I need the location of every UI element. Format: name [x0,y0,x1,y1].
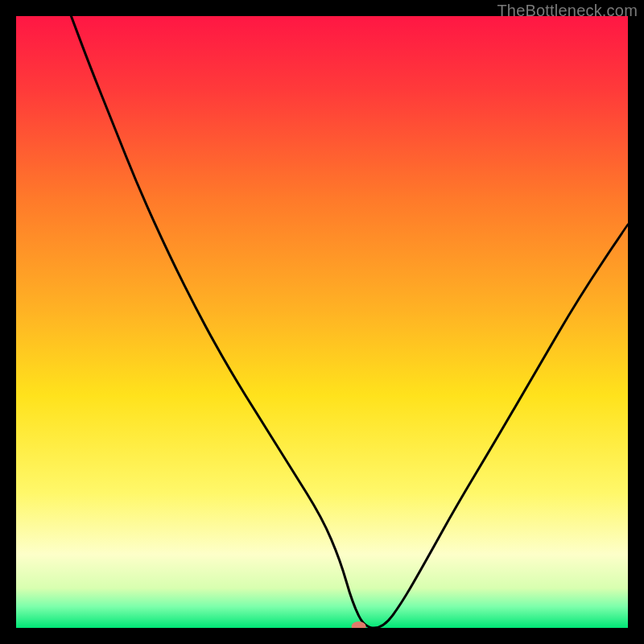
plot-area [16,16,628,628]
chart-frame: TheBottleneck.com [0,0,644,644]
watermark-text: TheBottleneck.com [497,2,638,20]
plot-svg [16,16,628,628]
